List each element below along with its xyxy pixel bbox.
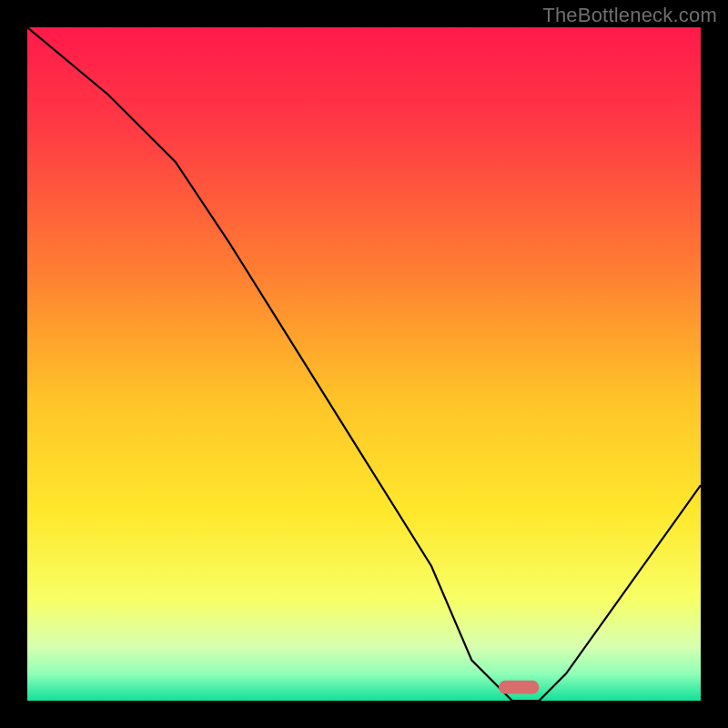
watermark-text: TheBottleneck.com bbox=[542, 4, 717, 27]
chart-svg bbox=[27, 27, 701, 701]
chart-marker-pill bbox=[499, 681, 539, 694]
chart-background-gradient bbox=[27, 27, 701, 701]
chart-plot-area bbox=[27, 27, 701, 701]
